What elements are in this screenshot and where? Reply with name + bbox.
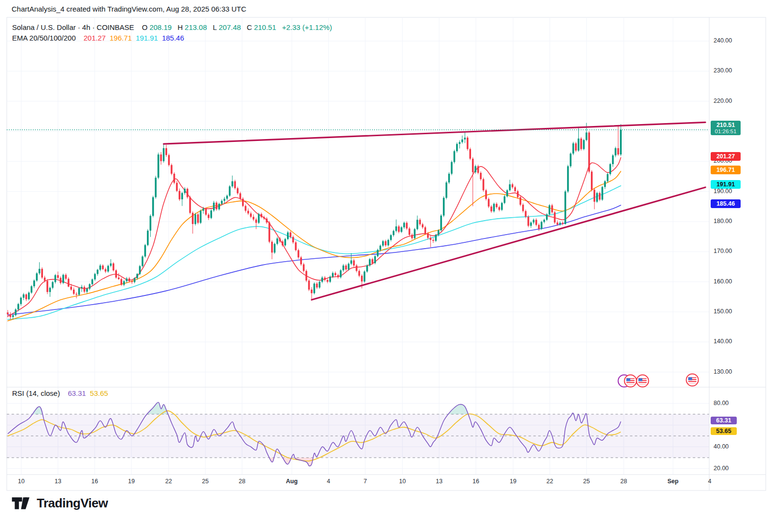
rsi-value-badge: 63.31 <box>711 417 737 424</box>
time-axis-label: 7 <box>364 478 367 485</box>
us-flag-canton <box>688 377 692 380</box>
time-axis-label: 19 <box>128 478 135 485</box>
time-axis-label: 28 <box>620 478 627 485</box>
time-axis-label: 25 <box>202 478 209 485</box>
time-axis-label: 28 <box>239 478 245 485</box>
ema-price-badge: 191.91 <box>711 180 741 189</box>
rsi-legend-label[interactable]: RSI (14, close) <box>12 389 60 397</box>
price-axis-label: 240.00 <box>714 37 732 44</box>
chart-widget: ChartAnalysis_4 created with TradingView… <box>0 0 773 532</box>
us-flag-canton <box>639 378 643 381</box>
ohlc-low-value: 207.48 <box>219 23 241 31</box>
time-axis-label: 16 <box>91 478 98 485</box>
price-axis-label: 150.00 <box>714 308 732 315</box>
grid <box>7 17 709 475</box>
time-axis-label: 13 <box>55 478 61 485</box>
time-axis-label: 13 <box>436 478 443 485</box>
tradingview-logo-icon <box>12 495 32 511</box>
price-axis-label: 230.00 <box>714 67 732 74</box>
ema-price-badge: 196.71 <box>711 166 741 174</box>
ema100-value: 191.91 <box>136 34 158 42</box>
time-axis-label: 22 <box>165 478 172 485</box>
ohlc-close-label: C <box>247 23 252 31</box>
ema50-value: 196.71 <box>110 34 132 42</box>
price-axis-label: 130.00 <box>714 368 732 375</box>
rsi-ma-value: 53.65 <box>90 389 108 397</box>
ema20-value: 201.27 <box>84 34 106 42</box>
time-axis-label: 10 <box>399 478 406 485</box>
time-axis-label: 4 <box>708 478 712 485</box>
time-axis-label: Aug <box>286 478 298 485</box>
time-axis-label: 4 <box>327 478 330 485</box>
upper-wedge-line[interactable] <box>164 122 705 144</box>
rsi-legend[interactable]: RSI (14, close) 63.31 53.65 <box>12 389 110 397</box>
tradingview-logo-text: TradingView <box>37 496 108 511</box>
ema200-value: 185.46 <box>162 34 184 42</box>
rsi-axis-label: 80.00 <box>714 400 729 406</box>
last-price-badge: 210.5101:26:51 <box>711 121 741 135</box>
rsi-value-badge: 53.65 <box>711 427 737 435</box>
rsi-axis-label: 20.00 <box>714 465 729 472</box>
ohlc-low-label: L <box>213 23 216 31</box>
symbol-legend[interactable]: Solana / U.S. Dollar · 4h · COINBASE O20… <box>12 23 334 31</box>
chart-plot[interactable] <box>0 0 773 532</box>
time-axis-label: 19 <box>510 478 516 485</box>
lower-wedge-line[interactable] <box>312 187 705 300</box>
ohlc-high-value: 213.08 <box>185 23 207 31</box>
ohlc-high-label: H <box>178 23 183 31</box>
us-flag-canton <box>627 378 630 381</box>
ema-legend-label[interactable]: EMA 20/50/100/200 <box>12 34 76 42</box>
us-flag-icon <box>688 377 697 383</box>
rsi-axis-label: 40.00 <box>714 443 729 450</box>
time-axis-label: 25 <box>583 478 590 485</box>
ohlc-open-value: 208.19 <box>149 23 172 31</box>
economic-event-flag-icon[interactable] <box>636 375 649 388</box>
economic-event-flag-icon[interactable] <box>624 375 637 388</box>
rsi-value: 63.31 <box>68 389 86 397</box>
ema-price-badge: 185.46 <box>711 199 741 208</box>
us-flag-icon <box>627 378 635 384</box>
symbol-title[interactable]: Solana / U.S. Dollar · 4h · COINBASE <box>12 23 134 31</box>
price-axis-label: 170.00 <box>714 248 732 254</box>
tradingview-logo[interactable]: TradingView <box>12 495 108 511</box>
ohlc-open-label: O <box>142 23 148 31</box>
price-axis-label: 180.00 <box>714 218 732 224</box>
price-axis-label: 160.00 <box>714 278 732 285</box>
change-value: +2.33 (+1.12%) <box>282 23 332 31</box>
price-axis-label: 140.00 <box>714 338 732 345</box>
price-axis-label: 220.00 <box>714 98 732 104</box>
time-axis-label: Sep <box>668 478 679 485</box>
economic-event-flag-icon[interactable] <box>686 374 699 387</box>
us-flag-icon <box>639 378 647 384</box>
ema-price-badge: 201.27 <box>711 152 741 161</box>
ohlc-close-value: 210.51 <box>254 23 276 31</box>
time-axis-label: 16 <box>472 478 479 485</box>
time-axis-label: 22 <box>546 478 553 485</box>
ema-legend[interactable]: EMA 20/50/100/200 201.27 196.71 191.91 1… <box>12 34 186 42</box>
time-axis-label: 10 <box>18 478 25 485</box>
